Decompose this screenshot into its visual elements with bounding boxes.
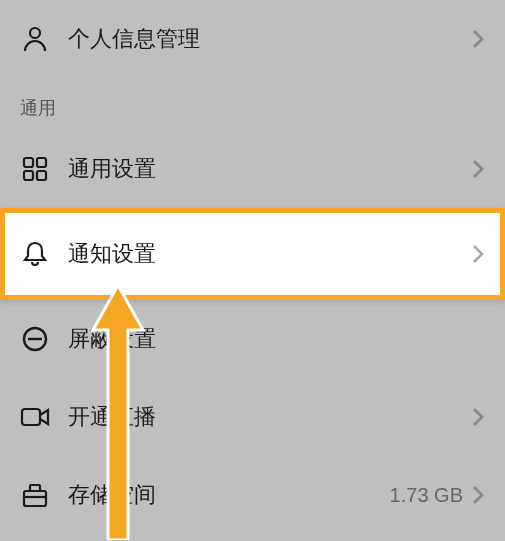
storage-row[interactable]: 存储空间 1.73 GB (0, 456, 505, 534)
storage-value: 1.73 GB (390, 484, 463, 507)
section-general-header: 通用 (0, 78, 505, 130)
person-icon (20, 24, 50, 54)
personal-info-label: 个人信息管理 (68, 24, 471, 54)
screen-settings-row[interactable]: 屏蔽设置 (0, 300, 505, 378)
svg-rect-1 (24, 158, 33, 167)
personal-info-row[interactable]: 个人信息管理 (0, 0, 505, 78)
screen-settings-label: 屏蔽设置 (68, 324, 485, 354)
chevron-right-icon (471, 242, 485, 266)
chevron-right-icon (471, 157, 485, 181)
svg-point-0 (30, 28, 40, 38)
chevron-right-icon (471, 405, 485, 429)
block-icon (20, 324, 50, 354)
chevron-right-icon (471, 483, 485, 507)
notification-settings-label: 通知设置 (68, 239, 471, 269)
notification-settings-row[interactable]: 通知设置 (0, 208, 505, 300)
grid-icon (20, 154, 50, 184)
storage-icon (20, 480, 50, 510)
svg-rect-8 (24, 491, 46, 506)
svg-rect-7 (22, 409, 40, 425)
storage-label: 存储空间 (68, 480, 390, 510)
svg-rect-4 (37, 171, 46, 180)
chevron-right-icon (471, 27, 485, 51)
general-settings-label: 通用设置 (68, 154, 471, 184)
video-icon (20, 402, 50, 432)
svg-rect-9 (30, 485, 40, 491)
bell-icon (20, 239, 50, 269)
general-settings-row[interactable]: 通用设置 (0, 130, 505, 208)
live-streaming-row[interactable]: 开通直播 (0, 378, 505, 456)
live-streaming-label: 开通直播 (68, 402, 471, 432)
svg-rect-2 (37, 158, 46, 167)
svg-rect-3 (24, 171, 33, 180)
